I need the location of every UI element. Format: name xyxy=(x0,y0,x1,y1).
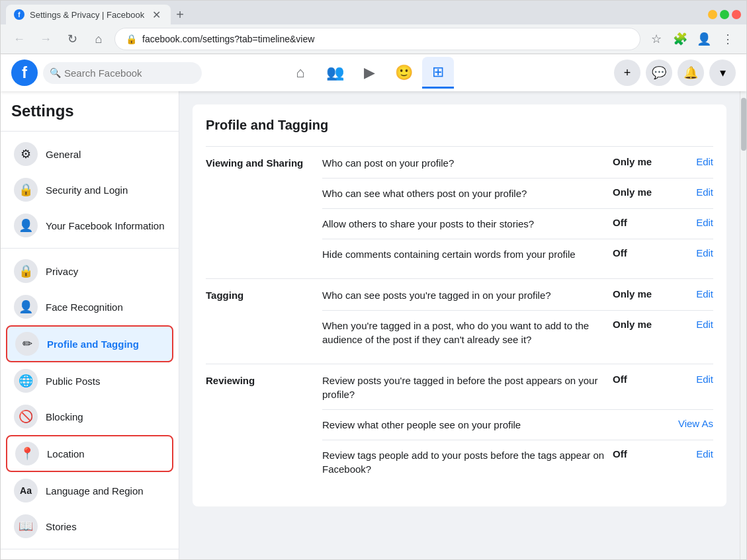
profile-tagging-icon: ✏ xyxy=(15,332,39,356)
search-icon: 🔍 xyxy=(50,67,61,78)
viewing-sharing-section: Viewing and Sharing Who can post on your… xyxy=(206,146,713,278)
menu-button[interactable]: ⋮ xyxy=(717,28,738,50)
new-tab-button[interactable]: + xyxy=(171,5,189,25)
tagging-items: Who can see posts you're tagged in on yo… xyxy=(322,288,713,354)
public-posts-icon: 🌐 xyxy=(14,369,38,393)
edit-button[interactable]: Edit xyxy=(674,319,713,330)
tab-close-button[interactable]: ✕ xyxy=(150,8,163,21)
setting-description: Allow others to share your posts to thei… xyxy=(322,217,605,231)
edit-button[interactable]: Edit xyxy=(674,288,713,300)
sidebar-item-facebook-info[interactable]: 👤 Your Facebook Information xyxy=(6,208,173,243)
settings-sidebar: Settings ⚙ General 🔒 Security and Login … xyxy=(1,91,179,559)
setting-item: Review what other people see on your pro… xyxy=(322,409,713,440)
view-as-button[interactable]: View As xyxy=(674,418,713,429)
setting-value: Only me xyxy=(613,319,666,330)
sidebar-item-label: Public Posts xyxy=(46,376,101,387)
sidebar-divider xyxy=(1,131,179,132)
tab-title: Settings & Privacy | Facebook xyxy=(30,10,144,20)
setting-description: Who can see what others post on your pro… xyxy=(322,186,605,200)
setting-value: Only me xyxy=(613,186,666,198)
setting-value: Off xyxy=(613,374,666,385)
stories-icon: 📖 xyxy=(14,514,38,538)
setting-description: Review what other people see on your pro… xyxy=(322,418,605,432)
scrollbar-thumb[interactable] xyxy=(741,98,746,151)
face-recognition-icon: 👤 xyxy=(14,295,38,319)
sidebar-item-label: Profile and Tagging xyxy=(47,339,139,350)
messenger-button[interactable]: 💬 xyxy=(646,60,672,86)
setting-item: Hide comments containing certain words f… xyxy=(322,239,713,269)
setting-item: Review tags people add to your posts bef… xyxy=(322,440,713,484)
section-label-viewing: Viewing and Sharing xyxy=(206,156,312,169)
sidebar-item-label: General xyxy=(46,149,81,160)
setting-value: Off xyxy=(613,247,666,259)
sidebar-item-notifications[interactable]: 🔔 Notifications xyxy=(6,555,173,559)
sidebar-item-language[interactable]: Aa Language and Region xyxy=(6,473,173,508)
toolbar-actions: ☆ 🧩 👤 ⋮ xyxy=(646,28,738,50)
sidebar-item-label: Blocking xyxy=(46,411,83,422)
extensions-button[interactable]: 🧩 xyxy=(670,28,691,50)
sidebar-item-profile-tagging[interactable]: ✏ Profile and Tagging xyxy=(6,325,173,362)
forward-button[interactable]: → xyxy=(35,28,56,50)
sidebar-item-label: Privacy xyxy=(46,266,78,277)
profile-button[interactable]: 👤 xyxy=(693,28,715,50)
main-content: Profile and Tagging Viewing and Sharing … xyxy=(179,91,740,559)
bookmark-button[interactable]: ☆ xyxy=(646,28,667,50)
setting-item: Allow others to share your posts to thei… xyxy=(322,208,713,239)
setting-item: Who can post on your profile? Only me Ed… xyxy=(322,156,713,178)
privacy-icon: 🔒 xyxy=(14,259,38,283)
nav-groups-button[interactable]: ⊞ xyxy=(422,57,454,89)
search-input[interactable] xyxy=(43,62,202,84)
sidebar-item-label: Location xyxy=(47,448,85,460)
lock-icon: 🔒 xyxy=(126,34,137,44)
active-tab[interactable]: f Settings & Privacy | Facebook ✕ xyxy=(6,5,171,24)
sidebar-item-public-posts[interactable]: 🌐 Public Posts xyxy=(6,364,173,398)
facebook-logo: f xyxy=(11,60,38,86)
window-controls xyxy=(708,10,741,19)
edit-button[interactable]: Edit xyxy=(674,247,713,259)
sidebar-item-label: Security and Login xyxy=(46,184,128,196)
edit-button[interactable]: Edit xyxy=(674,217,713,228)
close-button[interactable] xyxy=(732,10,741,19)
edit-button[interactable]: Edit xyxy=(674,374,713,385)
main-content-area: Settings ⚙ General 🔒 Security and Login … xyxy=(1,91,746,559)
account-menu-button[interactable]: ▾ xyxy=(709,60,736,86)
edit-button[interactable]: Edit xyxy=(674,448,713,460)
setting-value: Off xyxy=(613,217,666,228)
add-button[interactable]: + xyxy=(614,60,640,86)
setting-value: Only me xyxy=(613,156,666,167)
setting-description: Review posts you're tagged in before the… xyxy=(322,374,605,401)
address-input[interactable]: 🔒 facebook.com/settings?tab=timeline&vie… xyxy=(114,28,640,50)
sidebar-item-label: Stories xyxy=(46,521,77,532)
section-label-tagging: Tagging xyxy=(206,288,312,301)
nav-home-button[interactable]: ⌂ xyxy=(285,57,316,89)
notifications-button[interactable]: 🔔 xyxy=(678,60,704,86)
minimize-button[interactable] xyxy=(708,10,717,19)
tagging-section: Tagging Who can see posts you're tagged … xyxy=(206,278,713,364)
facebook-navbar: f 🔍 ⌂ 👥 ▶ 🙂 ⊞ + 💬 🔔 ▾ xyxy=(1,54,746,91)
reload-button[interactable]: ↻ xyxy=(62,28,83,50)
nav-watch-button[interactable]: ▶ xyxy=(353,57,385,89)
url-text: facebook.com/settings?tab=timeline&view xyxy=(142,34,314,44)
sidebar-item-general[interactable]: ⚙ General xyxy=(6,137,173,171)
edit-button[interactable]: Edit xyxy=(674,186,713,198)
back-button[interactable]: ← xyxy=(9,28,30,50)
security-icon: 🔒 xyxy=(14,178,38,202)
maximize-button[interactable] xyxy=(720,10,729,19)
sidebar-item-security[interactable]: 🔒 Security and Login xyxy=(6,173,173,207)
sidebar-item-blocking[interactable]: 🚫 Blocking xyxy=(6,399,173,434)
home-button[interactable]: ⌂ xyxy=(88,28,109,50)
sidebar-item-face-recognition[interactable]: 👤 Face Recognition xyxy=(6,290,173,324)
setting-description: When you're tagged in a post, who do you… xyxy=(322,319,605,346)
nav-friends-button[interactable]: 👥 xyxy=(319,57,351,89)
nav-marketplace-button[interactable]: 🙂 xyxy=(388,57,419,89)
sidebar-divider-2 xyxy=(1,248,179,249)
sidebar-title: Settings xyxy=(1,91,179,126)
sidebar-item-location[interactable]: 📍 Location xyxy=(6,435,173,472)
sidebar-divider-3 xyxy=(1,549,179,549)
nav-icons: ⌂ 👥 ▶ 🙂 ⊞ xyxy=(285,57,454,89)
sidebar-item-stories[interactable]: 📖 Stories xyxy=(6,509,173,543)
reviewing-items: Review posts you're tagged in before the… xyxy=(322,374,713,484)
sidebar-item-privacy[interactable]: 🔒 Privacy xyxy=(6,254,173,288)
scrollbar-track[interactable] xyxy=(740,91,746,559)
edit-button[interactable]: Edit xyxy=(674,156,713,167)
